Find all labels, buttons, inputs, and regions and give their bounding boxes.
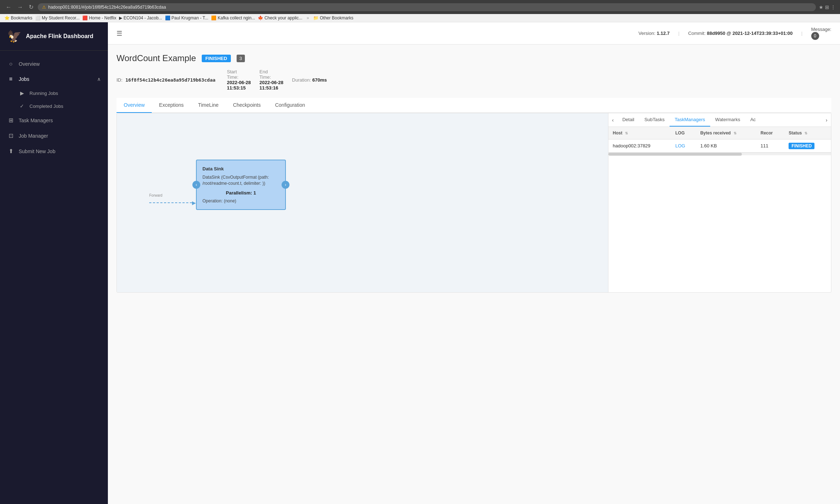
node-operation: Operation: (none) xyxy=(202,198,279,203)
version-label: Version: xyxy=(639,31,656,36)
bookmark-bookmarks[interactable]: ⭐ Bookmarks xyxy=(4,15,32,20)
duration-block: Duration: 670ms xyxy=(292,77,327,83)
message-badge[interactable]: 0 xyxy=(811,32,819,40)
bookmark-applic[interactable]: 🍁 Check your applic... xyxy=(258,15,302,20)
node-expand-left-button[interactable]: ‹ xyxy=(192,181,200,189)
job-manager-icon: ⊡ xyxy=(7,132,14,139)
browser-actions: ★ ⊞ ⋮ xyxy=(819,4,836,10)
host-sort-icon[interactable]: ⇅ xyxy=(625,131,628,135)
start-time: 11:53:15 xyxy=(227,85,251,91)
cell-records: 111 xyxy=(756,139,784,152)
table-scrollbar-thumb[interactable] xyxy=(608,153,742,156)
task-managers-icon: ⊞ xyxy=(7,117,14,124)
commit-value: 88d9950 @ 2021-12-14T23:39:33+01:00 xyxy=(707,31,793,36)
graph-node-datasink[interactable]: Data Sink DataSink (CsvOutputFormat (pat… xyxy=(196,160,286,210)
sidebar-item-running-jobs[interactable]: ▶ Running Jobs xyxy=(0,87,108,100)
version-value: 1.12.7 xyxy=(657,31,670,36)
detail-tab-subtasks[interactable]: SubTasks xyxy=(639,113,670,127)
detail-tab-ac[interactable]: Ac xyxy=(745,113,761,127)
cell-status: FINISHED xyxy=(784,139,831,152)
sidebar-item-jobs[interactable]: ≡ Jobs ∧ xyxy=(0,72,108,87)
menu-toggle-icon[interactable]: ☰ xyxy=(117,29,122,37)
browser-chrome: ← → ↻ ⚠ hadoop001:8081/#/job/16f8f54c12b… xyxy=(0,0,840,14)
back-button[interactable]: ← xyxy=(4,3,13,11)
bytes-sort-icon[interactable]: ⇅ xyxy=(734,131,736,135)
tab-timeline[interactable]: TimeLine xyxy=(191,98,226,113)
extensions-button[interactable]: ⊞ xyxy=(825,4,829,10)
start-label: StartTime: xyxy=(227,69,238,80)
tab-configuration[interactable]: Configuration xyxy=(268,98,312,113)
completed-jobs-icon: ✓ xyxy=(19,103,25,109)
reload-button[interactable]: ↻ xyxy=(27,3,35,11)
tab-exceptions[interactable]: Exceptions xyxy=(152,98,191,113)
sidebar-item-completed-jobs[interactable]: ✓ Completed Jobs xyxy=(0,100,108,113)
bookmarks-bar: ⭐ Bookmarks ⬜ My Student Recor... 🟥 Home… xyxy=(0,14,840,22)
detail-tab-taskmanagers[interactable]: TaskManagers xyxy=(670,113,710,127)
col-bytes-received: Bytes received ⇅ xyxy=(696,127,756,139)
commit-label: Commit: xyxy=(688,31,706,36)
job-badge-number: 3 xyxy=(237,55,245,62)
main-content: ☰ Version: 1.12.7 | Commit: 88d9950 @ 20… xyxy=(108,22,840,504)
bookmark-other[interactable]: 📁 Other Bookmarks xyxy=(313,15,353,20)
table-row: hadoop002:37829 LOG 1.60 KB 111 FINISHED xyxy=(608,139,831,152)
detail-panel: ‹ Detail SubTasks TaskManagers Watermark… xyxy=(608,113,831,292)
sidebar-logo-text: Apache Flink Dashboard xyxy=(26,33,93,40)
log-link[interactable]: LOG xyxy=(675,143,685,148)
bookmark-star-button[interactable]: ★ xyxy=(819,4,823,10)
col-log: LOG xyxy=(671,127,696,139)
sidebar-logo: 🦅 Apache Flink Dashboard xyxy=(0,22,108,51)
cell-bytes-received: 1.60 KB xyxy=(696,139,756,152)
detail-nav-left-button[interactable]: ‹ xyxy=(608,114,617,126)
table-header: Host ⇅ LOG Bytes received ⇅ xyxy=(608,127,831,139)
url-text: hadoop001:8081/#/job/16f8f54c12b4c26ea8a… xyxy=(48,5,166,10)
sidebar-item-submit-job[interactable]: ⬆ Submit New Job xyxy=(0,143,108,159)
app-container: 🦅 Apache Flink Dashboard ○ Overview ≡ Jo… xyxy=(0,22,840,504)
sidebar-nav: ○ Overview ≡ Jobs ∧ ▶ Running Jobs ✓ Com… xyxy=(0,51,108,165)
sidebar-item-jobs-label: Jobs xyxy=(19,76,29,82)
node-expand-right-button[interactable]: › xyxy=(282,181,289,189)
job-tabs: Overview Exceptions TimeLine Checkpoints… xyxy=(117,98,831,113)
job-status-badge: FINISHED xyxy=(202,55,231,62)
flink-logo-icon: 🦅 xyxy=(7,29,22,43)
end-time: 11:53:16 xyxy=(260,85,284,91)
cell-log: LOG xyxy=(671,139,696,152)
status-sort-icon[interactable]: ⇅ xyxy=(804,131,807,135)
bookmarks-more[interactable]: » xyxy=(307,15,309,20)
address-bar[interactable]: ⚠ hadoop001:8081/#/job/16f8f54c12b4c26ea… xyxy=(38,3,816,11)
table-scrollbar[interactable] xyxy=(608,152,831,155)
tab-checkpoints[interactable]: Checkpoints xyxy=(226,98,268,113)
content-split: Forward ▶ Data Sink DataSink (CsvOutputF… xyxy=(117,113,831,293)
sidebar-item-running-jobs-label: Running Jobs xyxy=(29,91,58,96)
security-warning-icon: ⚠ xyxy=(42,5,46,10)
bookmark-krugman[interactable]: 🟦 Paul Krugman - T... xyxy=(165,15,209,20)
bookmark-kafka[interactable]: 🟧 Kafka collect ngin... xyxy=(211,15,255,20)
bookmark-econ104[interactable]: ▶ ECON104 - Jacob... xyxy=(119,15,162,20)
detail-tab-watermarks[interactable]: Watermarks xyxy=(710,113,745,127)
job-id-block: ID: 16f8f54c12b4c26ea8a95d719b63cdaa xyxy=(117,77,215,83)
end-time-block: EndTime: 2022-06-28 11:53:16 xyxy=(260,69,284,91)
forward-button[interactable]: → xyxy=(16,3,24,11)
bookmark-netflix[interactable]: 🟥 Home - Netflix xyxy=(82,15,116,20)
menu-button[interactable]: ⋮ xyxy=(831,4,836,10)
cell-host: hadoop002:37829 xyxy=(608,139,671,152)
sidebar-item-task-managers[interactable]: ⊞ Task Managers xyxy=(0,113,108,128)
tab-overview[interactable]: Overview xyxy=(117,98,152,113)
job-header: WordCount Example FINISHED 3 xyxy=(117,53,831,63)
commit-info: Commit: 88d9950 @ 2021-12-14T23:39:33+01… xyxy=(688,31,793,36)
operation-value: (none) xyxy=(224,198,236,203)
job-id-value: 16f8f54c12b4c26ea8a95d719b63cdaa xyxy=(125,77,215,83)
col-host: Host ⇅ xyxy=(608,127,671,139)
detail-nav-right-button[interactable]: › xyxy=(822,114,831,126)
overview-icon: ○ xyxy=(7,61,14,67)
detail-tab-detail[interactable]: Detail xyxy=(617,113,639,127)
top-bar: ☰ Version: 1.12.7 | Commit: 88d9950 @ 20… xyxy=(108,22,840,45)
sidebar-item-overview[interactable]: ○ Overview xyxy=(0,56,108,72)
submit-job-icon: ⬆ xyxy=(7,148,14,155)
node-title: Data Sink xyxy=(202,166,279,171)
bookmark-student[interactable]: ⬜ My Student Recor... xyxy=(35,15,79,20)
forward-label: Forward xyxy=(149,193,163,197)
node-parallelism: Parallelism: 1 xyxy=(202,190,279,196)
jobs-expand-icon: ∧ xyxy=(97,76,101,82)
sidebar-item-job-manager[interactable]: ⊡ Job Manager xyxy=(0,128,108,143)
detail-table[interactable]: Host ⇅ LOG Bytes received ⇅ xyxy=(608,127,831,292)
